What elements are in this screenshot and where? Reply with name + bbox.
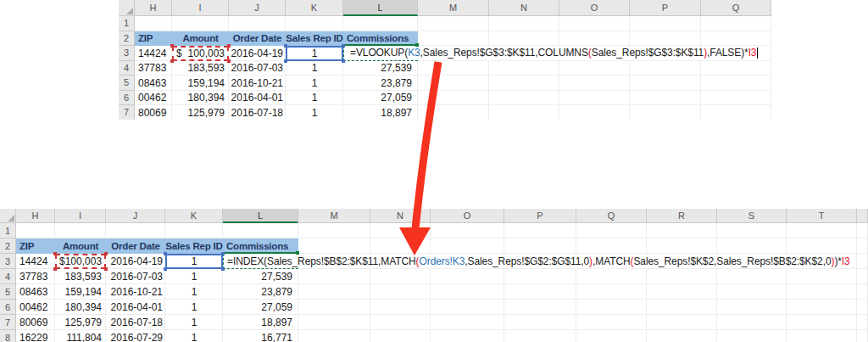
row-header-4[interactable]: 4 bbox=[119, 61, 135, 76]
column-header-L[interactable]: L bbox=[343, 0, 418, 16]
cell-L6[interactable]: 27,059 bbox=[223, 300, 298, 315]
cell-J4[interactable]: 2016-07-03 bbox=[229, 61, 286, 76]
table-header-cell[interactable]: ZIP bbox=[135, 31, 172, 47]
column-header-T[interactable]: T bbox=[787, 209, 857, 223]
column-header-I[interactable]: I bbox=[172, 0, 229, 16]
row-header-8[interactable]: 8 bbox=[0, 330, 16, 342]
cell-H8[interactable]: 16229 bbox=[16, 330, 55, 342]
column-header-partial[interactable] bbox=[857, 209, 868, 223]
cell-H6[interactable]: 00462 bbox=[135, 91, 172, 106]
column-header-N[interactable]: N bbox=[370, 209, 431, 223]
cell-H5[interactable]: 08463 bbox=[16, 284, 55, 300]
cell-K6[interactable]: 1 bbox=[286, 91, 343, 106]
cell-I8[interactable]: 111,804 bbox=[55, 330, 106, 342]
cell-K5[interactable]: 1 bbox=[165, 284, 223, 300]
table-header-cell[interactable]: Commissions bbox=[223, 238, 298, 254]
column-header-P[interactable]: P bbox=[630, 0, 701, 16]
column-header-K[interactable]: K bbox=[286, 0, 343, 16]
cell-I7[interactable]: 125,979 bbox=[55, 315, 106, 330]
row-header-2[interactable]: 2 bbox=[119, 31, 135, 47]
cell-I4[interactable]: 183,593 bbox=[55, 269, 106, 284]
column-header-O[interactable]: O bbox=[431, 209, 504, 223]
table-header-cell[interactable]: Sales Rep ID bbox=[286, 31, 343, 47]
cell-K6[interactable]: 1 bbox=[165, 300, 223, 315]
column-header-Q[interactable]: Q bbox=[576, 209, 647, 223]
select-all-corner[interactable] bbox=[0, 209, 16, 223]
cell-J7[interactable]: 2016-07-18 bbox=[229, 105, 286, 120]
column-header-N[interactable]: N bbox=[489, 0, 559, 16]
cell-I3[interactable]: $100,003 bbox=[172, 46, 229, 61]
column-header-M[interactable]: M bbox=[418, 0, 489, 16]
column-header-J[interactable]: J bbox=[229, 0, 286, 16]
table-header-cell[interactable]: Amount bbox=[55, 238, 106, 254]
cell-L6[interactable]: 27,059 bbox=[343, 91, 418, 106]
table-header-cell[interactable]: Amount bbox=[172, 31, 229, 47]
row-header-7[interactable]: 7 bbox=[119, 105, 135, 120]
row-header-6[interactable]: 6 bbox=[0, 300, 16, 315]
cell-H5[interactable]: 08463 bbox=[135, 76, 172, 91]
cell-J3[interactable]: 2016-04-19 bbox=[229, 46, 286, 61]
cell-K7[interactable]: 1 bbox=[165, 315, 223, 330]
cell-I3[interactable]: $100,003 bbox=[55, 254, 106, 269]
row-header-6[interactable]: 6 bbox=[119, 91, 135, 106]
cell-J3[interactable]: 2016-04-19 bbox=[106, 254, 165, 269]
cell-K5[interactable]: 1 bbox=[286, 76, 343, 91]
cell-J5[interactable]: 2016-10-21 bbox=[229, 76, 286, 91]
row-header-3[interactable]: 3 bbox=[119, 46, 135, 61]
cell-J7[interactable]: 2016-07-18 bbox=[106, 315, 165, 330]
cell-I5[interactable]: 159,194 bbox=[172, 76, 229, 91]
cell-K7[interactable]: 1 bbox=[286, 105, 343, 120]
column-header-H[interactable]: H bbox=[135, 0, 172, 16]
row-header-3[interactable]: 3 bbox=[0, 254, 16, 269]
column-header-M[interactable]: M bbox=[298, 209, 370, 223]
cell-K3[interactable]: 1 bbox=[165, 254, 223, 269]
row-header-1[interactable]: 1 bbox=[119, 16, 135, 31]
cell-J4[interactable]: 2016-07-03 bbox=[106, 269, 165, 284]
table-header-cell[interactable]: Commissions bbox=[343, 31, 418, 47]
row-header-1[interactable]: 1 bbox=[0, 223, 16, 238]
table-header-cell[interactable]: Order Date bbox=[106, 238, 165, 254]
column-header-H[interactable]: H bbox=[16, 209, 55, 223]
table-header-cell[interactable]: Order Date bbox=[229, 31, 286, 47]
cell-H3[interactable]: 14424 bbox=[135, 46, 172, 61]
column-header-S[interactable]: S bbox=[717, 209, 787, 223]
column-header-L[interactable]: L bbox=[223, 209, 298, 223]
cell-H4[interactable]: 37783 bbox=[135, 61, 172, 76]
cell-J5[interactable]: 2016-10-21 bbox=[106, 284, 165, 300]
cell-I7[interactable]: 125,979 bbox=[172, 105, 229, 120]
column-header-P[interactable]: P bbox=[504, 209, 576, 223]
cell-K4[interactable]: 1 bbox=[286, 61, 343, 76]
cell-H3[interactable]: 14424 bbox=[16, 254, 55, 269]
cell-K4[interactable]: 1 bbox=[165, 269, 223, 284]
select-all-corner[interactable] bbox=[119, 0, 135, 16]
row-header-5[interactable]: 5 bbox=[0, 284, 16, 300]
cell-I4[interactable]: 183,593 bbox=[172, 61, 229, 76]
row-header-2[interactable]: 2 bbox=[0, 238, 16, 254]
cell-L4[interactable]: 27,539 bbox=[223, 269, 298, 284]
column-header-O[interactable]: O bbox=[559, 0, 630, 16]
cell-L8[interactable]: 16,771 bbox=[223, 330, 298, 342]
cell-J6[interactable]: 2016-04-01 bbox=[229, 91, 286, 106]
cell-L7[interactable]: 18,897 bbox=[223, 315, 298, 330]
table-header-cell[interactable]: ZIP bbox=[16, 238, 55, 254]
cell-L5[interactable]: 23,879 bbox=[223, 284, 298, 300]
cell-J6[interactable]: 2016-04-01 bbox=[106, 300, 165, 315]
column-header-K[interactable]: K bbox=[165, 209, 223, 223]
cell-H4[interactable]: 37783 bbox=[16, 269, 55, 284]
cell-K3[interactable]: 1 bbox=[286, 46, 343, 61]
column-header-R[interactable]: R bbox=[647, 209, 717, 223]
cell-J8[interactable]: 2016-07-29 bbox=[106, 330, 165, 342]
table-header-cell[interactable]: Sales Rep ID bbox=[165, 238, 223, 254]
cell-L5[interactable]: 23,879 bbox=[343, 76, 418, 91]
cell-H6[interactable]: 00462 bbox=[16, 300, 55, 315]
cell-I6[interactable]: 180,394 bbox=[172, 91, 229, 106]
cell-K8[interactable]: 1 bbox=[165, 330, 223, 342]
cell-I6[interactable]: 180,394 bbox=[55, 300, 106, 315]
row-header-7[interactable]: 7 bbox=[0, 315, 16, 330]
cell-L7[interactable]: 18,897 bbox=[343, 105, 418, 120]
cell-I5[interactable]: 159,194 bbox=[55, 284, 106, 300]
column-header-I[interactable]: I bbox=[55, 209, 106, 223]
row-header-5[interactable]: 5 bbox=[119, 76, 135, 91]
cell-H7[interactable]: 80069 bbox=[16, 315, 55, 330]
cell-L4[interactable]: 27,539 bbox=[343, 61, 418, 76]
